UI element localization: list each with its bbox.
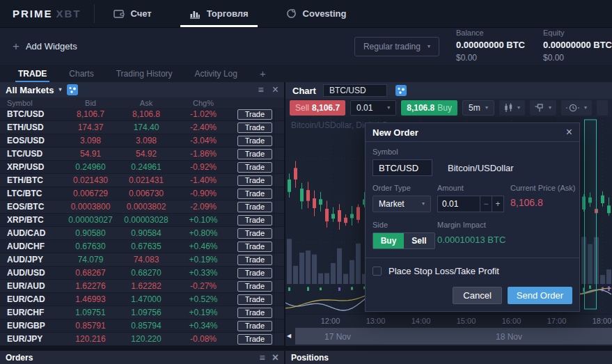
time-tick: 16:00 xyxy=(489,317,534,325)
market-change: -0.92% xyxy=(175,162,231,172)
trade-button[interactable]: Trade xyxy=(237,321,272,331)
market-row[interactable]: EUR/AUD1.622761.62282-0.27%Trade xyxy=(0,280,284,293)
trade-button[interactable]: Trade xyxy=(237,149,272,159)
market-change: +0.19% xyxy=(175,308,231,317)
close-icon[interactable]: × xyxy=(272,352,278,363)
trade-button[interactable]: Trade xyxy=(237,334,272,345)
add-widgets-button[interactable]: + Add Widgets xyxy=(13,40,77,52)
market-row[interactable]: LTC/USD54.9154.92-1.86%Trade xyxy=(0,148,284,161)
market-symbol: LTC/USD xyxy=(7,149,64,159)
time-tick: 17:00 xyxy=(534,317,579,325)
nav-tab-label: Covesting xyxy=(303,8,347,19)
tab-activity-log[interactable]: Activity Log xyxy=(184,65,249,82)
trading-mode-dropdown[interactable]: Regular trading ▾ xyxy=(354,37,439,56)
time-tick: 14:00 xyxy=(398,317,444,325)
market-row[interactable]: XRP/BTC0.000030270.00003028+0.10%Trade xyxy=(0,214,284,227)
trade-button[interactable]: Trade xyxy=(237,122,272,133)
market-row[interactable]: EUR/JPY120.216120.220-0.08%Trade xyxy=(0,333,284,346)
side-sell-button[interactable]: Sell xyxy=(404,233,434,248)
close-icon[interactable]: × xyxy=(566,127,572,138)
trade-button[interactable]: Trade xyxy=(237,202,272,212)
market-row[interactable]: XRP/USD0.249600.24961-0.92%Trade xyxy=(0,161,284,174)
left-arrow-icon[interactable]: ◀ xyxy=(287,333,291,339)
market-row[interactable]: EUR/GBP0.857910.85794+0.34%Trade xyxy=(0,319,284,333)
toolbar-overflow-button[interactable] xyxy=(597,100,608,116)
buy-button[interactable]: 8,106.8 Buy xyxy=(401,100,457,116)
market-bid: 0.67630 xyxy=(64,242,117,251)
link-group-icon[interactable] xyxy=(395,85,407,96)
time-sync-dropdown[interactable]: ▾ xyxy=(561,100,592,116)
market-row[interactable]: ETH/USD174.37174.40-2.40%Trade xyxy=(0,121,284,134)
close-icon[interactable]: × xyxy=(272,84,278,95)
trade-button[interactable]: Trade xyxy=(237,136,272,146)
market-row[interactable]: EOS/USD3.0983.098-3.04%Trade xyxy=(0,134,284,148)
order-type-select[interactable]: Market ▾ xyxy=(372,196,431,212)
market-row[interactable]: AUD/CHF0.676300.67635+0.46%Trade xyxy=(0,240,284,253)
markets-filter-dropdown[interactable]: All Markets ▾ xyxy=(6,85,61,95)
market-row[interactable]: EUR/CHF1.097511.09756+0.19%Trade xyxy=(0,306,284,319)
amount-dropdown[interactable]: 0.01 ▾ xyxy=(350,100,396,116)
order-type-label: Order Type xyxy=(372,184,431,192)
trade-button[interactable]: Trade xyxy=(237,294,272,305)
market-row[interactable]: EUR/CAD1.469931.47000+0.52%Trade xyxy=(0,293,284,306)
market-ask: 0.006730 xyxy=(117,189,175,198)
trade-button[interactable]: Trade xyxy=(237,281,272,292)
nav-tab-account[interactable]: Счет xyxy=(95,0,171,27)
buy-label: Buy xyxy=(437,103,452,113)
navigator-range-band[interactable]: 17 Nov 18 Nov xyxy=(295,328,612,345)
market-row[interactable]: EOS/BTC0.00038000.0003802-2.09%Trade xyxy=(0,200,284,214)
markets-panel-header: All Markets ▾ ≡ × xyxy=(0,82,284,97)
stop-loss-checkbox[interactable] xyxy=(372,267,382,276)
tab-charts[interactable]: Charts xyxy=(58,65,104,82)
chart-toolbar: Sell 8,106.7 0.01 ▾ 8,106.8 Buy 5m ▾ xyxy=(285,99,612,117)
increase-button[interactable]: + xyxy=(492,196,503,212)
market-row[interactable]: LTC/BTC0.0067290.006730-0.90%Trade xyxy=(0,187,284,200)
symbol-input[interactable] xyxy=(372,159,432,176)
chart-style-dropdown[interactable]: ▾ xyxy=(499,100,525,116)
menu-icon[interactable]: ≡ xyxy=(258,84,263,95)
trade-button[interactable]: Trade xyxy=(237,268,272,278)
decrease-button[interactable]: − xyxy=(480,196,492,212)
market-row[interactable]: AUD/USD0.682670.68270+0.33%Trade xyxy=(0,267,284,280)
cancel-button[interactable]: Cancel xyxy=(453,287,501,304)
nav-tab-covesting[interactable]: Covesting xyxy=(267,0,366,27)
market-bid: 120.216 xyxy=(64,334,117,344)
tab-trade[interactable]: TRADE xyxy=(7,65,58,82)
trade-button[interactable]: Trade xyxy=(237,228,272,239)
trade-button[interactable]: Trade xyxy=(237,189,272,199)
trade-button[interactable]: Trade xyxy=(237,242,272,252)
market-ask: 0.00003028 xyxy=(117,215,175,225)
side-buy-button[interactable]: Buy xyxy=(373,233,404,248)
link-group-icon[interactable] xyxy=(67,84,78,95)
trade-button[interactable]: Trade xyxy=(237,162,272,173)
menu-icon[interactable]: ≡ xyxy=(259,352,265,363)
send-order-button[interactable]: Send Order xyxy=(508,287,572,304)
sell-button[interactable]: Sell 8,106.7 xyxy=(290,100,345,116)
nav-tab-trading[interactable]: Торговля xyxy=(171,0,267,27)
market-row[interactable]: AUD/CAD0.905800.90584+0.80%Trade xyxy=(0,227,284,240)
bar-chart-icon xyxy=(189,9,201,19)
chevron-down-icon: ▾ xyxy=(422,201,425,207)
balance-btc: 0.00000000 BTC xyxy=(456,39,525,52)
trade-button[interactable]: Trade xyxy=(237,255,272,265)
chart-navigator[interactable]: ◀ 17 Nov 18 Nov xyxy=(285,326,612,346)
trade-button[interactable]: Trade xyxy=(237,308,272,318)
chart-panel-title: Chart xyxy=(292,86,316,96)
trade-button[interactable]: Trade xyxy=(237,175,272,186)
add-widgets-label: Add Widgets xyxy=(26,41,77,52)
balance-block: Balance 0.00000000 BTC $0.00 xyxy=(456,28,525,64)
market-ask: 120.220 xyxy=(117,334,175,344)
market-bid: 1.46993 xyxy=(64,294,117,304)
chart-symbol-input[interactable] xyxy=(323,84,387,97)
trade-button[interactable]: Trade xyxy=(237,215,272,225)
amount-input[interactable]: 0.01 xyxy=(438,196,480,212)
timeframe-dropdown[interactable]: 5m ▾ xyxy=(462,100,494,116)
trade-button[interactable]: Trade xyxy=(237,109,272,120)
market-row[interactable]: BTC/USD8,106.78,106.8-1.02%Trade xyxy=(0,108,284,121)
market-row[interactable]: ETH/BTC0.0214300.021431-1.40%Trade xyxy=(0,174,284,187)
indicators-dropdown[interactable]: ▾ xyxy=(530,100,556,116)
tab-trading-history[interactable]: Trading History xyxy=(105,65,184,82)
stop-loss-checkbox-row[interactable]: Place Stop Loss/Take Profit xyxy=(372,266,572,276)
market-row[interactable]: AUD/JPY74.07974.083+0.19%Trade xyxy=(0,253,284,267)
add-tab-button[interactable]: + xyxy=(249,65,277,82)
